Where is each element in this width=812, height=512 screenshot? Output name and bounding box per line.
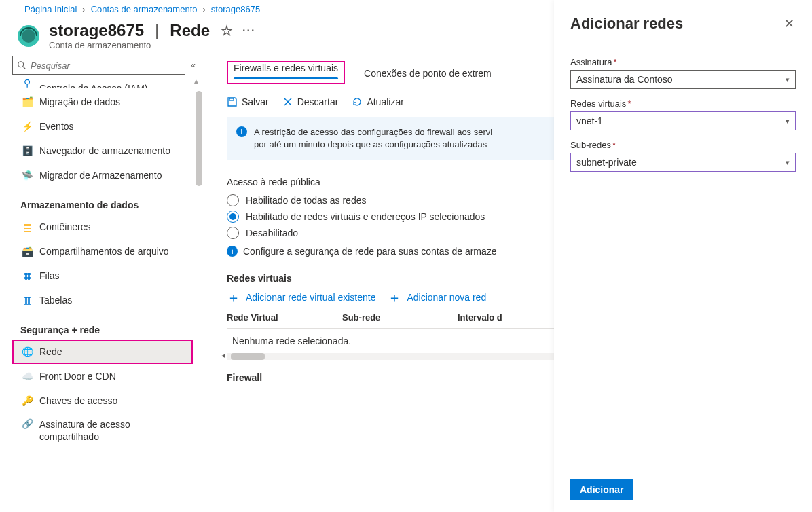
sidebar-section-data: Armazenamento de dados xyxy=(12,187,193,215)
sidebar-item-label: Chaves de acesso xyxy=(39,395,117,406)
sas-icon: 🔗 xyxy=(22,418,33,429)
sidebar-item-keys[interactable]: 🔑 Chaves de acesso xyxy=(12,388,193,413)
radio-icon[interactable] xyxy=(227,211,239,223)
col-vnet: Rede Virtual xyxy=(227,312,342,323)
add-new-vnet-button[interactable]: ＋ Adicionar nova red xyxy=(388,292,486,303)
tab-private-endpoints[interactable]: Conexões de ponto de extrem xyxy=(364,61,492,84)
sidebar-item-label: Compartilhamentos de arquivo xyxy=(39,246,169,257)
radio-label: Habilitado de redes virtuais e endereços… xyxy=(246,211,485,222)
chevron-right-icon: › xyxy=(202,4,205,14)
add-existing-vnet-button[interactable]: ＋ Adicionar rede virtual existente xyxy=(227,292,375,303)
container-icon: ▤ xyxy=(22,221,33,232)
tab-label: Conexões de ponto de extrem xyxy=(364,68,492,79)
sidebar-item-label: Migração de dados xyxy=(39,96,120,107)
resource-section: Rede xyxy=(170,21,210,40)
scrollbar-thumb[interactable] xyxy=(231,353,265,360)
sidebar-item-migration[interactable]: 🗂️ Migração de dados xyxy=(12,90,193,114)
radio-icon[interactable] xyxy=(227,194,239,206)
sidebar-item-label: Controle de Acesso (IAM) xyxy=(39,83,148,90)
dropdown-value: subnet-private xyxy=(576,157,637,168)
close-panel-button[interactable]: ✕ xyxy=(784,16,794,31)
button-label: Salvar xyxy=(242,96,269,107)
breadcrumb-home[interactable]: Página Inicial xyxy=(24,4,77,14)
sidebar-item-queues[interactable]: ▦ Filas xyxy=(12,263,193,288)
sidebar-item-label: Rede xyxy=(39,346,62,357)
link-label: Adicionar rede virtual existente xyxy=(246,292,375,303)
sidebar-item-frontdoor[interactable]: ☁️ Front Door e CDN xyxy=(12,364,193,388)
person-icon: ⚲ xyxy=(22,77,33,88)
sidebar-item-migrator[interactable]: 🛸 Migrador de Armazenamento xyxy=(12,163,193,187)
chevron-down-icon: ▾ xyxy=(786,75,790,84)
migration-icon: 🗂️ xyxy=(22,96,33,107)
sidebar-search[interactable] xyxy=(12,56,185,75)
radio-icon[interactable] xyxy=(227,227,239,239)
sidebar-item-label: Tabelas xyxy=(39,295,72,306)
sidebar-item-network[interactable]: 🌐 Rede xyxy=(12,340,193,364)
scroll-left-icon[interactable]: ◄ xyxy=(220,352,227,359)
table-icon: ▥ xyxy=(22,295,33,306)
sidebar-section-security: Segurança + rede xyxy=(12,312,193,340)
subnets-label: Sub-redes* xyxy=(570,140,796,150)
subscription-dropdown[interactable]: Assinatura da Contoso ▾ xyxy=(570,70,796,89)
info-icon: i xyxy=(227,246,238,257)
vnets-dropdown[interactable]: vnet-1 ▾ xyxy=(570,111,796,130)
add-button[interactable]: Adicionar xyxy=(570,479,633,500)
collapse-sidebar-icon[interactable]: « xyxy=(191,60,196,70)
plus-icon: ＋ xyxy=(388,293,401,302)
storage-account-icon xyxy=(16,24,41,48)
scrollbar-thumb[interactable] xyxy=(196,91,202,186)
cdn-icon: ☁️ xyxy=(22,371,33,382)
subnets-dropdown[interactable]: subnet-private ▾ xyxy=(570,153,796,172)
title-separator: | xyxy=(155,21,159,40)
sidebar-item-sas[interactable]: 🔗 Assinatura de acesso compartilhado xyxy=(12,413,193,444)
refresh-button[interactable]: Atualizar xyxy=(352,96,403,107)
scroll-up-icon[interactable]: ▲ xyxy=(193,77,200,85)
sidebar-item-label: Front Door e CDN xyxy=(39,371,116,382)
sidebar: « ▲ ⚲ Controle de Acesso (IAM) 🗂️ Migraç… xyxy=(0,56,202,507)
breadcrumb-storage-accounts[interactable]: Contas de armazenamento xyxy=(91,4,198,14)
queue-icon: ▦ xyxy=(22,270,33,281)
search-icon xyxy=(17,60,26,70)
key-icon: 🔑 xyxy=(22,395,33,406)
dropdown-value: vnet-1 xyxy=(576,115,603,126)
add-networks-panel: Adicionar redes ✕ Assinatura* Assinatura… xyxy=(554,0,812,512)
info-icon: i xyxy=(236,126,247,137)
breadcrumb-resource[interactable]: storage8675 xyxy=(211,4,260,14)
sidebar-item-tables[interactable]: ▥ Tabelas xyxy=(12,288,193,312)
sidebar-item-label: Contêineres xyxy=(39,221,91,232)
link-label: Adicionar nova red xyxy=(407,292,486,303)
button-label: Atualizar xyxy=(367,96,403,107)
migrator-icon: 🛸 xyxy=(22,170,33,181)
sidebar-item-label: Assinatura de acesso compartilhado xyxy=(39,418,185,443)
save-icon xyxy=(227,96,238,107)
radio-label: Desabilitado xyxy=(246,227,298,238)
sidebar-item-containers[interactable]: ▤ Contêineres xyxy=(12,215,193,239)
sidebar-item-fileshares[interactable]: 🗃️ Compartilhamentos de arquivo xyxy=(12,239,193,263)
svg-rect-4 xyxy=(229,98,234,100)
more-menu-icon[interactable]: ··· xyxy=(242,24,255,37)
info-message: A restrição de acesso das configurações … xyxy=(254,126,492,151)
sidebar-item-iam[interactable]: ⚲ Controle de Acesso (IAM) xyxy=(12,77,193,90)
sidebar-item-label: Eventos xyxy=(39,121,74,132)
sidebar-item-events[interactable]: ⚡ Eventos xyxy=(12,114,193,139)
tab-firewalls[interactable]: Firewalls e redes virtuais xyxy=(227,61,345,84)
resource-type-label: Conta de armazenamento xyxy=(49,40,255,50)
subscription-label: Assinatura* xyxy=(570,57,796,67)
chevron-right-icon: › xyxy=(82,4,85,14)
lightning-icon: ⚡ xyxy=(22,121,33,132)
refresh-icon xyxy=(352,96,363,107)
resource-name: storage8675 xyxy=(49,21,144,40)
folder-icon: 🗄️ xyxy=(22,145,33,156)
page-title: storage8675 | Rede ☆ ··· xyxy=(49,21,255,40)
favorite-star-icon[interactable]: ☆ xyxy=(221,22,233,39)
save-button[interactable]: Salvar xyxy=(227,96,269,107)
discard-button[interactable]: Descartar xyxy=(282,96,339,107)
close-icon xyxy=(282,96,293,107)
search-input[interactable] xyxy=(31,60,181,71)
sidebar-item-browser[interactable]: 🗄️ Navegador de armazenamento xyxy=(12,139,193,163)
plus-icon: ＋ xyxy=(227,293,240,302)
sidebar-item-label: Migrador de Armazenamento xyxy=(39,170,162,181)
col-subnet: Sub-rede xyxy=(342,312,458,323)
svg-line-3 xyxy=(23,67,26,69)
hint-text: Configure a segurança de rede para suas … xyxy=(243,246,497,257)
